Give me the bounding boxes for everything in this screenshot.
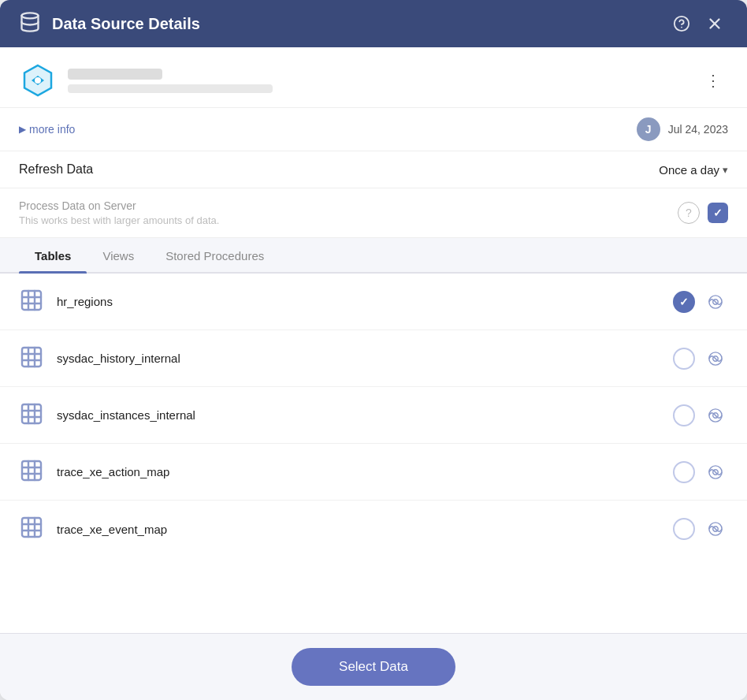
row-actions [673, 289, 728, 315]
more-info-link[interactable]: ▶ more info [19, 123, 75, 136]
svg-rect-36 [22, 518, 41, 537]
table-row: trace_xe_event_map [0, 501, 747, 557]
refresh-row: Refresh Data Once a day ▾ [0, 151, 747, 188]
table-list: hr_regions sysdac_history_internal s [0, 274, 747, 633]
row-actions [673, 403, 728, 428]
process-title: Process Data on Server [19, 199, 678, 212]
help-button[interactable] [668, 10, 695, 37]
table-select-radio[interactable] [673, 518, 695, 540]
source-name [68, 69, 162, 80]
table-preview-button[interactable] [703, 289, 728, 315]
table-name: trace_xe_event_map [57, 523, 673, 536]
process-actions: ? [678, 202, 728, 224]
table-grid-icon [19, 401, 44, 430]
table-name: hr_regions [57, 295, 673, 308]
svg-point-0 [22, 13, 39, 18]
svg-rect-22 [22, 404, 41, 423]
meta-date: Jul 24, 2023 [668, 123, 728, 136]
table-grid-icon [19, 288, 44, 316]
row-actions [673, 346, 728, 371]
table-select-radio[interactable] [673, 461, 695, 483]
table-name: sysdac_history_internal [57, 352, 673, 365]
tabs-row: Tables Views Stored Procedures [0, 238, 747, 274]
table-grid-icon [19, 515, 44, 543]
table-row: sysdac_history_internal [0, 330, 747, 387]
meta-row: ▶ more info J Jul 24, 2023 [0, 108, 747, 151]
chevron-right-icon: ▶ [19, 124, 26, 135]
tab-stored-procedures[interactable]: Stored Procedures [150, 238, 280, 272]
table-preview-button[interactable] [703, 403, 728, 428]
table-grid-icon [19, 344, 44, 373]
process-help-icon[interactable]: ? [678, 202, 700, 224]
source-desc [68, 84, 273, 93]
svg-point-7 [35, 77, 41, 84]
svg-rect-8 [22, 291, 41, 310]
svg-rect-15 [22, 348, 41, 367]
select-data-button[interactable]: Select Data [292, 648, 455, 686]
kebab-menu-button[interactable]: ⋮ [699, 68, 728, 93]
modal-footer: Select Data [0, 633, 747, 700]
table-name: trace_xe_action_map [57, 465, 673, 478]
row-actions [673, 460, 728, 485]
table-row: sysdac_instances_internal [0, 387, 747, 444]
refresh-label: Refresh Data [19, 162, 659, 177]
tab-tables[interactable]: Tables [19, 238, 87, 272]
process-row: Process Data on Server This works best w… [0, 188, 747, 238]
table-name: sysdac_instances_internal [57, 408, 673, 422]
refresh-select-button[interactable]: Once a day ▾ [659, 163, 728, 177]
process-text: Process Data on Server This works best w… [19, 199, 678, 226]
avatar: J [637, 117, 660, 141]
chevron-down-icon: ▾ [723, 164, 728, 176]
svg-rect-29 [22, 461, 41, 480]
table-row: hr_regions [0, 274, 747, 330]
database-icon [19, 11, 41, 36]
table-select-radio[interactable] [673, 348, 695, 370]
table-preview-button[interactable] [703, 516, 728, 542]
refresh-value: Once a day [659, 163, 719, 177]
modal-body: ⋮ ▶ more info J Jul 24, 2023 Refresh Dat… [0, 47, 747, 633]
table-preview-button[interactable] [703, 460, 728, 485]
meta-right: J Jul 24, 2023 [637, 117, 728, 141]
process-checkbox[interactable] [708, 203, 728, 223]
source-text [68, 69, 699, 93]
modal-header: Data Source Details [0, 0, 747, 47]
close-button[interactable] [701, 10, 728, 37]
row-actions [673, 516, 728, 542]
table-select-radio[interactable] [673, 291, 695, 313]
table-grid-icon [19, 458, 44, 486]
source-logo [19, 61, 57, 99]
more-info-label: more info [29, 123, 75, 136]
tab-views[interactable]: Views [87, 238, 150, 272]
process-subtitle: This works best with larger amounts of d… [19, 214, 678, 226]
table-select-radio[interactable] [673, 404, 695, 426]
modal-title: Data Source Details [52, 15, 662, 33]
source-info-row: ⋮ [0, 47, 747, 108]
modal-container: Data Source Details [0, 0, 747, 700]
table-preview-button[interactable] [703, 346, 728, 371]
table-row: trace_xe_action_map [0, 444, 747, 501]
